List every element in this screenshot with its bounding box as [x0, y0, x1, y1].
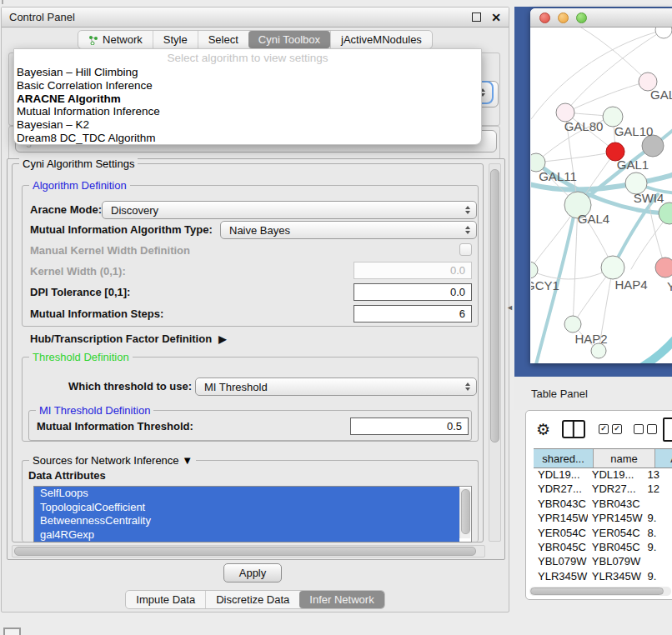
network-edge[interactable]: [565, 30, 664, 112]
attributes-scroll-thumb[interactable]: [461, 489, 470, 534]
float-panel-icon[interactable]: [472, 12, 481, 22]
algorithm-option-bayesian-hill-climbing[interactable]: Bayesian – Hill Climbing: [14, 66, 481, 79]
dpi-tolerance-field[interactable]: 0.0: [354, 283, 472, 301]
tab-select[interactable]: Select: [198, 31, 248, 48]
node-label-gcy1: GCY1: [531, 278, 559, 292]
sources-title[interactable]: Sources for Network Inference ▼: [29, 454, 196, 467]
aracne-mode-select[interactable]: Discovery: [102, 201, 477, 219]
which-threshold-value: MI Threshold: [204, 381, 268, 393]
which-threshold-select[interactable]: MI Threshold: [195, 378, 477, 396]
table-row[interactable]: YIL052CYIL052C9.: [534, 583, 672, 585]
node-hap4[interactable]: [601, 256, 624, 279]
network-edge[interactable]: [536, 152, 615, 162]
settings-vertical-thumb[interactable]: [490, 169, 499, 442]
node-y[interactable]: [655, 258, 672, 278]
unchecked-column-icon[interactable]: [647, 424, 657, 434]
unchecked-column-icon[interactable]: [634, 424, 644, 434]
manual-kernel-checkbox[interactable]: [459, 243, 472, 256]
network-edge[interactable]: [581, 28, 648, 82]
node-label-swi4: SWI4: [634, 191, 664, 205]
apply-button[interactable]: Apply: [223, 563, 282, 582]
aracne-mode-value: Discovery: [111, 204, 158, 217]
settings-horizontal-scrollbar[interactable]: [12, 545, 485, 558]
control-panel-titlebar: Control Panel ✕: [2, 8, 509, 28]
close-window-icon[interactable]: [539, 12, 550, 23]
table-cell: 9.: [643, 540, 672, 554]
table-row[interactable]: YDR27...YDR27...12: [534, 482, 672, 496]
table-cell: 13: [643, 468, 672, 482]
tab-impute-data[interactable]: Impute Data: [126, 591, 205, 608]
mi-type-select[interactable]: Naive Bayes: [220, 221, 477, 239]
zoom-window-icon[interactable]: [576, 12, 587, 23]
mi-type-value: Naive Bayes: [229, 224, 290, 237]
node-unlabeled[interactable]: [655, 28, 672, 38]
attribute-betweennesscentrality[interactable]: BetweennessCentrality: [34, 514, 459, 528]
network-edge[interactable]: [531, 268, 613, 279]
algorithm-option-aracne-algorithm[interactable]: ARACNE Algorithm: [14, 92, 481, 106]
close-icon[interactable]: ✕: [491, 12, 501, 23]
tab-style-label: Style: [163, 33, 188, 46]
table-header-row: shared...nameA: [534, 448, 672, 468]
combo-arrows-icon: [465, 206, 470, 214]
settings-horizontal-thumb[interactable]: [14, 547, 476, 556]
mi-steps-field[interactable]: 6: [354, 305, 472, 322]
attributes-scrollbar[interactable]: [459, 488, 470, 538]
table-row[interactable]: YDL19...YDL19...13: [534, 468, 672, 482]
table-cell: YBR045C: [534, 540, 588, 554]
attribute-selfloops[interactable]: SelfLoops: [34, 487, 459, 501]
algorithm-option-dream8-dc-tdc-algorithm[interactable]: Dream8 DC_TDC Algorithm: [14, 132, 481, 145]
column-header-name[interactable]: name: [594, 449, 655, 468]
data-attributes-list[interactable]: SelfLoopsTopologicalCoefficientBetweenne…: [33, 486, 472, 542]
node-unlabeled[interactable]: [659, 202, 672, 224]
split-column-icon[interactable]: [562, 420, 585, 438]
tab-jactivemnodules-label: jActiveMNodules: [341, 33, 422, 46]
aracne-mode-label: Aracne Mode:: [30, 203, 102, 217]
algorithm-option-bayesian-k2[interactable]: Bayesian – K2: [14, 118, 481, 132]
table-cell: 9.: [643, 583, 672, 585]
network-edge[interactable]: [565, 82, 648, 112]
algorithm-option-mutual-information-inference[interactable]: Mutual Information Inference: [14, 105, 481, 118]
mi-threshold-title: MI Threshold Definition: [36, 404, 153, 417]
tab-cyni-toolbox[interactable]: Cyni Toolbox: [248, 31, 330, 48]
table-cell: YLR345W: [534, 569, 588, 583]
table-row[interactable]: YPR145WYPR145W9.: [534, 511, 672, 525]
document-icon[interactable]: [663, 418, 672, 442]
minimize-window-icon[interactable]: [558, 12, 569, 23]
settings-vertical-scrollbar[interactable]: [489, 163, 501, 542]
table-horizontal-scrollbar[interactable]: [529, 587, 671, 596]
node-label-y: Y: [667, 279, 672, 293]
table-row[interactable]: YER054CYER054C8.: [534, 526, 672, 540]
kernel-width-field[interactable]: 0.0: [354, 262, 472, 279]
network-edge[interactable]: [629, 326, 672, 363]
tab-network[interactable]: Network: [78, 31, 153, 48]
tab-infer-network[interactable]: Infer Network: [299, 591, 384, 608]
attribute-gal4rgexp[interactable]: gal4RGexp: [34, 528, 459, 542]
algorithm-option-basic-correlation-inference[interactable]: Basic Correlation Inference: [14, 79, 481, 92]
table-row[interactable]: YLR345WYLR345W9.: [534, 569, 672, 583]
column-header-a[interactable]: A: [655, 449, 672, 468]
algorithm-dropdown-popup: Select algorithm to view settings Bayesi…: [13, 48, 482, 145]
minimized-panel-icon[interactable]: [3, 628, 21, 635]
hub-definition-toggle[interactable]: Hub/Transcription Factor Definition▶: [30, 332, 226, 346]
dropdown-prompt: Select algorithm to view settings: [14, 51, 481, 66]
attribute-topologicalcoefficient[interactable]: TopologicalCoefficient: [34, 501, 459, 515]
manual-kernel-label: Manual Kernel Width Definition: [30, 244, 190, 258]
column-header-shared[interactable]: shared...: [534, 449, 594, 468]
network-view-window: GALGAL80GAL10GAL1GAL11SWI4GAL4GCY1HAP4YH…: [530, 8, 672, 363]
node-gcy1[interactable]: [531, 262, 538, 278]
table-row[interactable]: YBR045CYBR045C9.: [534, 540, 672, 554]
checked-column-icon[interactable]: ✓: [612, 424, 622, 434]
tab-jactivemnodules[interactable]: jActiveMNodules: [330, 31, 432, 48]
table-horizontal-thumb[interactable]: [530, 588, 664, 595]
gear-icon[interactable]: ⚙: [536, 420, 550, 439]
mi-threshold-field[interactable]: 0.5: [350, 418, 469, 435]
checked-column-icon[interactable]: ✓: [599, 424, 609, 434]
table-row[interactable]: YBL079WYBL079W: [534, 554, 672, 568]
node-hap2[interactable]: [564, 316, 581, 332]
splitter-collapse-icon[interactable]: ◄: [506, 303, 514, 312]
table-row[interactable]: YBR043CYBR043C: [534, 497, 672, 511]
tab-discretize-data[interactable]: Discretize Data: [205, 591, 299, 608]
table-cell: YPR145W: [534, 511, 588, 525]
network-canvas[interactable]: GALGAL80GAL10GAL1GAL11SWI4GAL4GCY1HAP4YH…: [531, 28, 672, 363]
tab-style[interactable]: Style: [153, 31, 198, 48]
